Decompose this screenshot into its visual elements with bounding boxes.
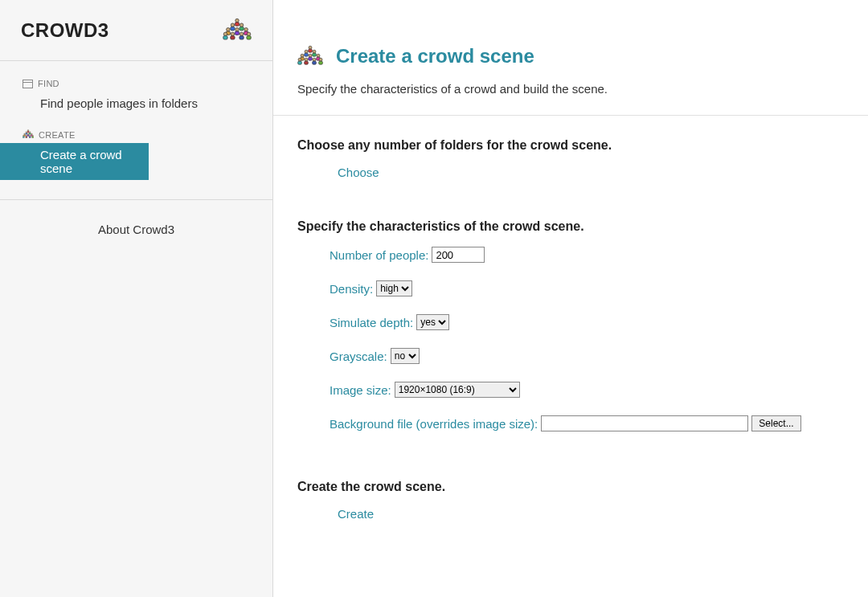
row-grayscale: Grayscale: no — [330, 348, 844, 364]
page-header: Create a crowd scene Specify the charact… — [273, 0, 868, 116]
crowd-icon — [297, 45, 323, 67]
row-density: Density: high — [330, 280, 844, 296]
crowd-icon — [23, 129, 34, 140]
input-background-file[interactable] — [541, 415, 748, 431]
crowd-icon — [223, 18, 252, 43]
label-number-of-people: Number of people: — [330, 248, 428, 262]
about-link[interactable]: About Crowd3 — [0, 223, 272, 236]
label-image-size: Image size: — [330, 383, 391, 397]
row-number-of-people: Number of people: — [330, 247, 844, 263]
row-background-file: Background file (overrides image size): … — [330, 415, 844, 431]
label-background-file: Background file (overrides image size): — [330, 417, 538, 431]
nav-section-label: FIND — [38, 79, 59, 88]
nav-section-find: FIND — [0, 71, 272, 92]
section-heading-folders: Choose any number of folders for the cro… — [297, 138, 844, 153]
section-create: Create the crowd scene. Create — [273, 457, 868, 538]
label-simulate-depth: Simulate depth: — [330, 316, 413, 329]
page-title: Create a crowd scene — [336, 45, 534, 67]
label-density: Density: — [330, 282, 373, 296]
nav-item-create-crowd[interactable]: Create a crowd scene — [0, 143, 149, 180]
section-characteristics: Specify the characteristics of the crowd… — [273, 197, 868, 457]
select-grayscale[interactable]: no — [391, 348, 420, 364]
select-image-size[interactable]: 1920×1080 (16:9) — [395, 382, 520, 398]
row-image-size: Image size: 1920×1080 (16:9) — [330, 382, 844, 398]
select-background-button[interactable]: Select... — [751, 415, 800, 431]
section-folders: Choose any number of folders for the cro… — [273, 116, 868, 197]
nav-section-label: CREATE — [39, 130, 76, 140]
label-grayscale: Grayscale: — [330, 350, 387, 363]
sidebar-separator — [0, 199, 272, 200]
nav-item-find-people[interactable]: Find people images in folders — [0, 92, 272, 115]
input-number-of-people[interactable] — [432, 247, 485, 263]
section-heading-characteristics: Specify the characteristics of the crowd… — [297, 219, 844, 234]
nav-section-create: CREATE — [0, 115, 272, 143]
app-title: CROWD3 — [21, 19, 109, 42]
window-icon — [23, 80, 33, 88]
create-link[interactable]: Create — [297, 507, 374, 521]
select-simulate-depth[interactable]: yes — [416, 314, 449, 330]
row-simulate-depth: Simulate depth: yes — [330, 314, 844, 330]
section-heading-create: Create the crowd scene. — [297, 480, 844, 494]
sidebar-nav: FIND Find people images in folders CREAT… — [0, 61, 272, 186]
select-density[interactable]: high — [376, 280, 412, 296]
choose-folders-link[interactable]: Choose — [297, 166, 379, 179]
main-content: Create a crowd scene Specify the charact… — [273, 0, 868, 597]
sidebar-header: CROWD3 — [0, 0, 272, 61]
sidebar: CROWD3 FIND Find people images in folder… — [0, 0, 273, 597]
page-subtitle: Specify the characteristics of a crowd a… — [297, 82, 844, 96]
